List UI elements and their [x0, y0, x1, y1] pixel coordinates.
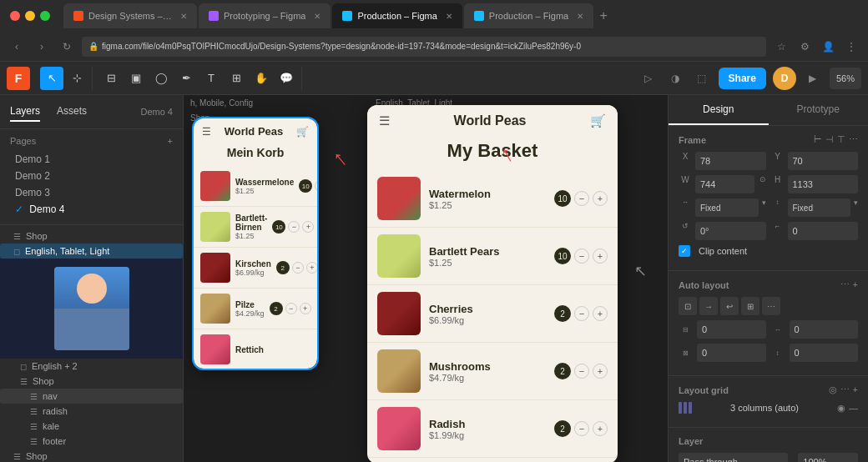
layer-english-plus2[interactable]: ◻ English + 2 — [0, 359, 183, 374]
layout-grid-more-icon[interactable]: ⋯ — [840, 384, 850, 395]
qty-minus[interactable]: − — [574, 249, 589, 264]
align-wrap[interactable]: ↩ — [720, 297, 739, 315]
tab-prototyping[interactable]: Prototyping – Figma ✕ — [199, 3, 331, 28]
link-icon[interactable]: ⊙ — [760, 175, 766, 193]
qty-plus[interactable]: + — [593, 306, 608, 321]
constraint-x-select[interactable]: Fixed — [695, 198, 759, 217]
qty-minus[interactable]: − — [574, 306, 589, 321]
tab-design-systems[interactable]: Design Systems – Figma ✕ — [63, 3, 197, 28]
tab-production-2[interactable]: Production – Figma ✕ — [464, 3, 593, 28]
layer-footer[interactable]: ☰ footer — [0, 434, 183, 449]
grid-delete-icon[interactable]: — — [849, 403, 858, 414]
minimize-button[interactable] — [25, 11, 35, 21]
pen-tool[interactable]: ✒ — [174, 67, 198, 90]
forward-button[interactable]: › — [32, 37, 52, 57]
x-input[interactable]: 78 — [695, 152, 766, 170]
tab-production-1[interactable]: Production – Figma ✕ — [332, 3, 462, 28]
qty-minus[interactable]: − — [288, 221, 300, 233]
share-button[interactable]: Share — [719, 68, 766, 89]
sidebar-tab-layers[interactable]: Layers — [10, 102, 40, 122]
h-input[interactable]: 1133 — [788, 175, 859, 193]
qty-minus[interactable]: − — [574, 421, 589, 436]
rotation-input[interactable]: 0° — [695, 222, 766, 240]
w-input[interactable]: 744 — [695, 175, 754, 193]
comment-tool[interactable]: 💬 — [275, 67, 298, 90]
page-item-demo3[interactable]: Demo 3 — [10, 184, 173, 201]
inspect-icon[interactable]: ⬚ — [692, 68, 712, 88]
tab-close-1[interactable]: ✕ — [180, 12, 187, 21]
refresh-button[interactable]: ↻ — [57, 37, 77, 57]
play-button[interactable]: ▶ — [803, 68, 823, 88]
layer-english-tablet[interactable]: ◻ English, Tablet, Light — [0, 244, 183, 259]
section-tool[interactable]: ▣ — [124, 67, 148, 90]
canvas-area[interactable]: h, Mobile, Config English, Tablet, Light… — [184, 95, 668, 462]
hand-tool[interactable]: ✋ — [250, 67, 273, 90]
shape-tool[interactable]: ◯ — [149, 67, 173, 90]
maximize-button[interactable] — [40, 11, 50, 21]
panel-tab-design[interactable]: Design — [669, 95, 769, 125]
tab-close-2[interactable]: ✕ — [314, 12, 320, 21]
mobile-frame-german[interactable]: ☰ World Peas 🛒 Mein Korb Wassermelone $1… — [194, 118, 317, 369]
align-direction[interactable]: → — [699, 297, 718, 315]
qty-plus[interactable]: + — [593, 249, 608, 264]
panel-tab-prototype[interactable]: Prototype — [769, 95, 869, 125]
grid-visible-icon[interactable]: ◉ — [837, 403, 845, 414]
qty-minus[interactable]: − — [285, 303, 297, 314]
layout-grid-add-icon[interactable]: + — [853, 384, 858, 395]
tab-close-4[interactable]: ✕ — [577, 12, 583, 21]
more-options-icon[interactable]: ⋯ — [849, 134, 858, 145]
profile-icon[interactable]: 👤 — [818, 37, 838, 57]
align-right-icon[interactable]: ⊤ — [837, 134, 845, 145]
align-center-icon[interactable]: ⊣ — [825, 134, 834, 145]
align-more[interactable]: ⋯ — [762, 297, 780, 315]
gap-input-2[interactable]: 0 — [790, 344, 859, 362]
resource-tool[interactable]: ⊞ — [225, 67, 248, 90]
scale-tool[interactable]: ⊹ — [65, 67, 88, 90]
align-left-icon[interactable]: ⊢ — [814, 134, 822, 145]
qty-minus[interactable]: − — [292, 262, 304, 274]
align-distribute[interactable]: ⊞ — [741, 297, 760, 315]
padding-input-2[interactable]: 0 — [697, 344, 766, 362]
qty-plus[interactable]: + — [593, 191, 608, 206]
tablet-frame-english[interactable]: ☰ World Peas 🛒 My Basket Watermelon $1.2… — [367, 105, 618, 462]
page-item-demo2[interactable]: Demo 2 — [10, 168, 173, 184]
corner-input[interactable]: 0 — [788, 222, 859, 240]
gap-input[interactable]: 0 — [790, 320, 859, 339]
layer-shop-2[interactable]: ☰ Shop — [0, 449, 183, 462]
theme-icon[interactable]: ◑ — [665, 68, 685, 88]
extensions-icon[interactable]: ⚙ — [795, 37, 815, 57]
page-item-demo4[interactable]: ✓ Demo 4 — [10, 201, 173, 218]
qty-plus[interactable]: + — [593, 421, 608, 436]
auto-layout-add-icon[interactable]: + — [853, 279, 858, 290]
clip-checkbox[interactable]: ✓ — [679, 245, 690, 257]
close-button[interactable] — [10, 11, 20, 21]
frame-tool[interactable]: ⊟ — [99, 67, 123, 90]
layer-kale[interactable]: ☰ kale — [0, 419, 183, 434]
text-tool[interactable]: T — [199, 67, 223, 90]
blend-mode-select[interactable]: Pass through — [679, 453, 788, 462]
sidebar-tab-assets[interactable]: Assets — [57, 102, 87, 122]
opacity-input[interactable]: 100% — [798, 453, 858, 462]
layer-radish[interactable]: ☰ radish — [0, 404, 183, 419]
figma-logo[interactable]: F — [7, 67, 30, 90]
qty-plus[interactable]: + — [302, 221, 314, 233]
qty-minus[interactable]: − — [315, 180, 317, 192]
zoom-level[interactable]: 56% — [830, 68, 861, 89]
qty-minus[interactable]: − — [574, 364, 589, 379]
qty-plus[interactable]: + — [306, 262, 317, 274]
tab-close-3[interactable]: ✕ — [446, 12, 452, 21]
bookmark-icon[interactable]: ☆ — [771, 37, 791, 57]
menu-icon[interactable]: ⋮ — [841, 37, 861, 57]
select-tool[interactable]: ↖ — [40, 67, 63, 90]
prototype-icon[interactable]: ▷ — [638, 68, 659, 88]
padding-input[interactable]: 0 — [697, 320, 766, 339]
back-button[interactable]: ‹ — [7, 37, 27, 57]
layout-grid-toggle-icon[interactable]: ◎ — [829, 384, 837, 395]
qty-plus[interactable]: + — [593, 364, 608, 379]
new-tab-button[interactable]: + — [595, 8, 612, 24]
add-page-icon[interactable]: + — [168, 136, 173, 146]
align-top-left[interactable]: ⊡ — [679, 297, 697, 315]
y-input[interactable]: 70 — [788, 152, 859, 170]
layer-nav[interactable]: ☰ nav — [0, 389, 183, 404]
page-item-demo1[interactable]: Demo 1 — [10, 151, 173, 168]
